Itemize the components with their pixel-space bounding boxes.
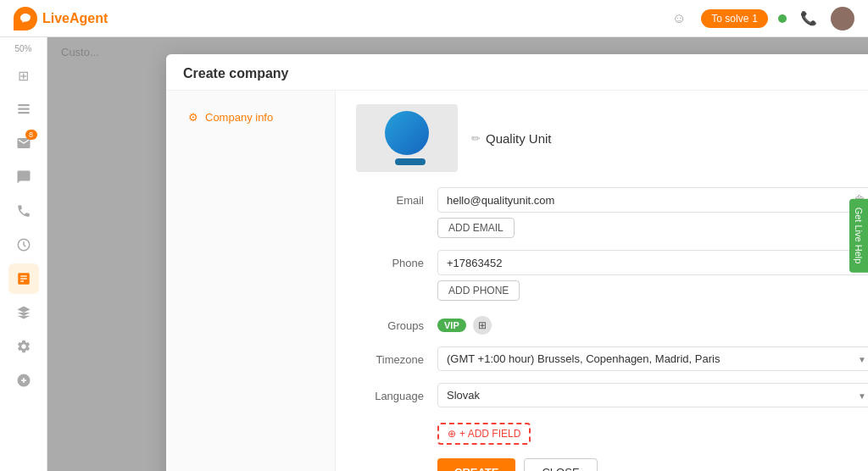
sidebar-item-contacts[interactable]: [8, 94, 39, 125]
main-layout: 50% ⊞ 8 Custo...: [0, 37, 868, 471]
create-company-modal: Create company × ⚙ Company info: [166, 54, 868, 471]
company-logo-underscore: [395, 158, 426, 165]
sidebar-item-mail[interactable]: 8: [8, 128, 39, 158]
mail-badge: 8: [25, 130, 37, 140]
sidebar-item-reports[interactable]: [8, 263, 39, 294]
chat-icon: [16, 169, 31, 185]
vip-tag: VIP: [437, 319, 466, 332]
nav-item-company-info[interactable]: ⚙ Company info: [180, 104, 321, 130]
add-field-plus-icon: ⊕: [448, 428, 456, 440]
modal-body: ⚙ Company info: [166, 91, 868, 471]
company-logo-area: ✏ Quality Unit: [356, 104, 868, 172]
email-control: 🗑 ADD EMAIL: [437, 187, 868, 238]
logo-bubble: [14, 7, 37, 30]
company-logo-circle: [385, 111, 429, 155]
logo-icon: [19, 12, 32, 25]
add-field-button[interactable]: ⊕ + ADD FIELD: [437, 423, 531, 445]
modal-form: ✏ Quality Unit Email 🗑 ADD EMAIL: [336, 91, 868, 471]
logo-text: LiveAgent: [42, 11, 108, 26]
timezone-select[interactable]: (GMT +1:00 hour) Brussels, Copenhagen, M…: [437, 346, 868, 371]
language-select[interactable]: Slovak: [437, 383, 868, 407]
add-phone-button[interactable]: ADD PHONE: [437, 280, 520, 301]
email-input[interactable]: [447, 194, 854, 207]
company-name-label: Quality Unit: [486, 131, 552, 146]
to-solve-button[interactable]: To solve 1: [701, 9, 768, 28]
clock-icon: [16, 237, 31, 252]
groups-row: Groups VIP ⊞: [356, 313, 868, 335]
language-select-wrapper: Slovak: [437, 383, 868, 407]
company-name-field: ✏ Quality Unit: [471, 131, 552, 146]
phone-nav-icon[interactable]: 📞: [797, 7, 821, 30]
groups-control: VIP ⊞: [437, 313, 868, 335]
timezone-row: Timezone (GMT +1:00 hour) Brussels, Cope…: [356, 346, 868, 371]
svg-rect-0: [18, 104, 30, 106]
to-solve-label: To solve: [711, 13, 748, 25]
live-help-button[interactable]: Get Live Help: [849, 199, 868, 273]
add-field-label-spacer: [356, 419, 424, 426]
logo-upload-area[interactable]: [356, 104, 458, 172]
email-input-wrapper: 🗑: [437, 187, 868, 213]
language-row: Language Slovak: [356, 383, 868, 407]
logo: LiveAgent: [14, 7, 108, 30]
zoom-level: 50%: [14, 44, 31, 53]
language-label: Language: [356, 383, 424, 402]
building-icon: [16, 305, 31, 320]
live-help-label: Get Live Help: [854, 208, 864, 264]
svg-rect-1: [18, 108, 30, 110]
create-button[interactable]: CREATE: [437, 458, 515, 471]
phone-row: Phone 🗑 ADD PHONE: [356, 250, 868, 301]
timezone-control: (GMT +1:00 hour) Brussels, Copenhagen, M…: [437, 346, 868, 371]
sidebar-item-building[interactable]: [8, 297, 39, 328]
navbar-right: ☺ To solve 1 📞: [667, 7, 854, 30]
timezone-label: Timezone: [356, 346, 424, 366]
plugin-icon: [16, 373, 31, 388]
contacts-icon: [16, 102, 31, 117]
to-solve-count: 1: [752, 13, 758, 25]
phone-control: 🗑 ADD PHONE: [437, 250, 868, 301]
avatar[interactable]: [831, 7, 854, 30]
email-row: Email 🗑 ADD EMAIL: [356, 187, 868, 238]
add-field-row: ⊕ + ADD FIELD: [356, 419, 868, 445]
svg-rect-2: [18, 112, 30, 114]
close-button[interactable]: CLOSE: [524, 458, 597, 471]
reports-icon: [16, 271, 31, 286]
sidebar-item-settings[interactable]: [8, 331, 39, 362]
smiley-icon[interactable]: ☺: [667, 7, 691, 30]
modal-header: Create company ×: [166, 54, 868, 91]
phone-label: Phone: [356, 250, 424, 269]
edit-name-icon: ✏: [471, 132, 481, 145]
sidebar-item-plugin[interactable]: [8, 365, 39, 396]
timezone-select-wrapper: (GMT +1:00 hour) Brussels, Copenhagen, M…: [437, 346, 868, 371]
add-group-icon[interactable]: ⊞: [473, 316, 492, 335]
gear-icon: [16, 339, 31, 354]
sidebar: 50% ⊞ 8: [0, 37, 47, 471]
phone-input[interactable]: [447, 257, 854, 269]
status-indicator: [778, 14, 787, 23]
action-row: CREATE CLOSE: [356, 458, 868, 471]
groups-label: Groups: [356, 313, 424, 332]
sidebar-item-clock[interactable]: [8, 230, 39, 260]
content-area: Custo... Create company × ⚙ Company info: [47, 37, 868, 471]
email-label: Email: [356, 187, 424, 207]
add-email-button[interactable]: ADD EMAIL: [437, 218, 515, 238]
sidebar-item-phone[interactable]: [8, 196, 39, 226]
navbar: LiveAgent ☺ To solve 1 📞: [0, 0, 868, 37]
company-info-icon: ⚙: [188, 111, 198, 124]
add-field-text: + ADD FIELD: [459, 428, 520, 440]
modal-title: Create company: [183, 66, 289, 81]
modal-left-nav: ⚙ Company info: [166, 91, 336, 471]
sidebar-item-grid[interactable]: ⊞: [8, 60, 39, 91]
language-control: Slovak: [437, 383, 868, 407]
sidebar-item-chat[interactable]: [8, 162, 39, 192]
phone-input-wrapper: 🗑: [437, 250, 868, 275]
nav-item-label: Company info: [205, 111, 273, 124]
groups-area: VIP ⊞: [437, 313, 868, 335]
phone-icon: [16, 203, 31, 219]
add-field-control: ⊕ + ADD FIELD: [437, 419, 868, 445]
